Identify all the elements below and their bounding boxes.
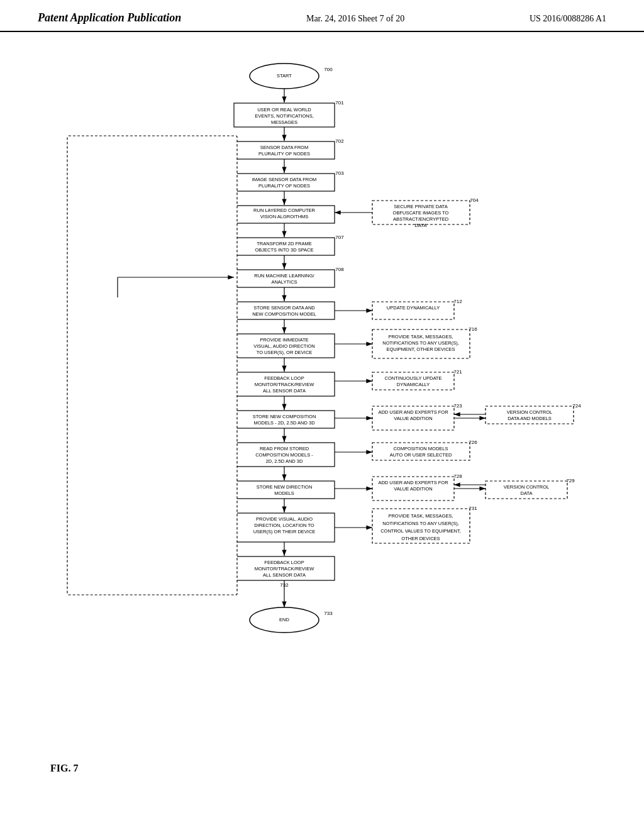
svg-text:VALUE ADDITION: VALUE ADDITION: [394, 416, 433, 421]
svg-text:ABSTRACT/ENCRYPTED: ABSTRACT/ENCRYPTED: [393, 216, 449, 222]
svg-text:UPDATE DYNAMICALLY: UPDATE DYNAMICALLY: [387, 305, 440, 311]
svg-text:ALL SENSOR DATA: ALL SENSOR DATA: [263, 572, 306, 578]
svg-text:PLURALITY OF NODES: PLURALITY OF NODES: [258, 183, 310, 189]
header-center: Mar. 24, 2016 Sheet 7 of 20: [306, 11, 404, 24]
svg-text:724: 724: [572, 403, 581, 409]
svg-text:MONITOR/TRACK/REVIEW: MONITOR/TRACK/REVIEW: [255, 566, 314, 572]
svg-rect-154: [67, 136, 237, 595]
svg-text:VERSION CONTROL: VERSION CONTROL: [507, 409, 553, 415]
svg-text:SENSOR DATA FROM: SENSOR DATA FROM: [260, 145, 308, 150]
svg-text:700: 700: [324, 67, 333, 72]
svg-text:2D, 2.5D AND 3D: 2D, 2.5D AND 3D: [266, 458, 303, 464]
svg-text:CONTROL VALUES TO EQUIPMENT,: CONTROL VALUES TO EQUIPMENT,: [380, 528, 461, 534]
svg-text:NOTIFICATIONS TO ANY USER(S),: NOTIFICATIONS TO ANY USER(S),: [382, 521, 459, 526]
svg-text:702: 702: [335, 138, 344, 144]
svg-text:STORE SENSOR DATA AND: STORE SENSOR DATA AND: [253, 305, 315, 311]
svg-text:DIRECTION, LOCATION TO: DIRECTION, LOCATION TO: [254, 523, 314, 528]
svg-text:TRANSFORM 2D FRAME: TRANSFORM 2D FRAME: [257, 241, 312, 246]
svg-text:DATA: DATA: [521, 490, 533, 496]
svg-text:716: 716: [469, 326, 477, 332]
svg-text:733: 733: [324, 611, 333, 616]
svg-text:PLURALITY OF NODES: PLURALITY OF NODES: [258, 151, 310, 157]
svg-text:707: 707: [335, 235, 344, 240]
svg-text:ALL SENSOR DATA: ALL SENSOR DATA: [263, 388, 306, 394]
svg-text:OBFUSCATE IMAGES TO: OBFUSCATE IMAGES TO: [393, 210, 449, 216]
svg-text:START: START: [277, 73, 292, 79]
svg-text:726: 726: [469, 440, 477, 445]
svg-text:701: 701: [335, 100, 344, 106]
svg-text:VERSION CONTROL: VERSION CONTROL: [504, 484, 550, 490]
header-right: US 2016/0088286 A1: [530, 11, 606, 24]
svg-text:OBJECTS INTO 3D SPACE: OBJECTS INTO 3D SPACE: [255, 247, 313, 253]
svg-text:VISUAL, AUDIO DIRECTION: VISUAL, AUDIO DIRECTION: [253, 343, 315, 349]
svg-text:COMPOSITION MODELS -: COMPOSITION MODELS -: [255, 452, 313, 458]
svg-text:PROVIDE VISUAL, AUDIO: PROVIDE VISUAL, AUDIO: [256, 516, 313, 522]
page-header: Patent Application Publication Mar. 24, …: [0, 0, 644, 32]
svg-text:723: 723: [453, 403, 462, 409]
svg-text:RUN MACHINE LEARNING/: RUN MACHINE LEARNING/: [254, 273, 314, 279]
svg-text:DATA: DATA: [415, 223, 427, 228]
svg-text:AUTO OR USER SELECTED: AUTO OR USER SELECTED: [390, 452, 452, 458]
svg-text:MONITOR/TRACK/REVIEW: MONITOR/TRACK/REVIEW: [255, 382, 314, 387]
svg-text:STORE NEW DIRECTION: STORE NEW DIRECTION: [257, 484, 313, 490]
svg-text:NEW COMPOSITION MODEL: NEW COMPOSITION MODEL: [252, 311, 316, 317]
svg-text:721: 721: [453, 369, 462, 375]
svg-text:728: 728: [453, 473, 462, 479]
svg-text:IMAGE SENSOR DATA FROM: IMAGE SENSOR DATA FROM: [252, 177, 317, 182]
svg-text:USER(S) OR THEIR DEVICE: USER(S) OR THEIR DEVICE: [253, 529, 316, 534]
svg-text:MODELS - 2D, 2.5D AND 3D: MODELS - 2D, 2.5D AND 3D: [253, 420, 315, 426]
svg-text:FEEDBACK LOOP: FEEDBACK LOOP: [264, 560, 304, 565]
svg-text:ADD USER AND EXPERTS FOR: ADD USER AND EXPERTS FOR: [378, 480, 448, 485]
svg-text:EQUIPMENT, OTHER DEVICES: EQUIPMENT, OTHER DEVICES: [386, 346, 455, 352]
header-left: Patent Application Publication: [38, 11, 181, 25]
svg-text:703: 703: [335, 170, 344, 176]
svg-text:CONTINUOUSLY UPDATE: CONTINUOUSLY UPDATE: [385, 375, 442, 381]
svg-text:704: 704: [470, 197, 479, 203]
svg-text:ADD USER AND EXPERTS FOR: ADD USER AND EXPERTS FOR: [378, 409, 448, 415]
svg-text:NOTIFICATIONS TO ANY USER(S),: NOTIFICATIONS TO ANY USER(S),: [382, 340, 459, 346]
svg-text:PROVIDE IMMEDIATE: PROVIDE IMMEDIATE: [260, 337, 309, 343]
svg-text:VALUE ADDITION: VALUE ADDITION: [394, 486, 433, 492]
svg-text:COMPOSITION MODELS: COMPOSITION MODELS: [393, 446, 448, 451]
svg-text:PROVIDE TASK, MESSAGES,: PROVIDE TASK, MESSAGES,: [388, 334, 453, 340]
svg-text:DYNAMICALLY: DYNAMICALLY: [397, 382, 430, 387]
svg-text:731: 731: [469, 506, 477, 511]
svg-text:MODELS: MODELS: [274, 490, 294, 496]
diagram-area: START 700 USER OR REAL WORLD EVENTS, NOT…: [0, 32, 644, 793]
svg-text:FEEDBACK LOOP: FEEDBACK LOOP: [264, 375, 304, 381]
svg-text:708: 708: [335, 267, 344, 272]
svg-text:USER OR REAL WORLD: USER OR REAL WORLD: [257, 107, 311, 113]
svg-text:MESSAGES: MESSAGES: [271, 119, 297, 125]
svg-text:RUN LAYERED COMPUTER: RUN LAYERED COMPUTER: [253, 208, 315, 213]
svg-text:SECURE PRIVATE DATA: SECURE PRIVATE DATA: [394, 204, 447, 209]
svg-text:END: END: [279, 617, 289, 622]
svg-text:TO USER(S), OR DEVICE: TO USER(S), OR DEVICE: [257, 350, 313, 355]
svg-text:DATA AND MODELS: DATA AND MODELS: [508, 416, 552, 421]
svg-text:OTHER DEVICES: OTHER DEVICES: [401, 536, 440, 541]
svg-text:EVENTS, NOTIFICATIONS,: EVENTS, NOTIFICATIONS,: [255, 113, 314, 119]
svg-text:READ FROM STORED: READ FROM STORED: [260, 446, 309, 451]
fig-label: FIG. 7: [50, 763, 78, 774]
svg-text:ANALYTICS: ANALYTICS: [271, 279, 297, 285]
svg-text:729: 729: [566, 478, 575, 484]
svg-text:712: 712: [453, 299, 462, 304]
svg-text:STORE NEW COMPOSITION: STORE NEW COMPOSITION: [253, 414, 316, 419]
svg-text:VISION ALGROITHMS: VISION ALGROITHMS: [260, 214, 309, 219]
flowchart: START 700 USER OR REAL WORLD EVENTS, NOT…: [39, 45, 605, 780]
svg-text:PROVIDE TASK, MESSAGES,: PROVIDE TASK, MESSAGES,: [388, 513, 453, 519]
